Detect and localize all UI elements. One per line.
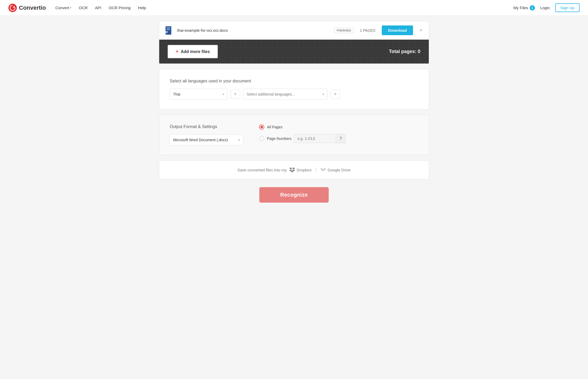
primary-lang-select-wrap: Thai English Chinese Japanese ▾ [170,89,228,100]
dropbox-icon [289,167,295,173]
additional-lang-chevron-icon: ▾ [322,92,324,96]
signup-button[interactable]: Sign Up [555,3,580,12]
nav-help[interactable]: Help [138,6,146,10]
output-format-select[interactable]: Microsoft Word Document (.docx) PDF Docu… [173,138,236,142]
output-left: Output Format & Settings Microsoft Word … [170,124,243,145]
language-section: Select all languages used in your docume… [159,69,429,109]
recognize-button[interactable]: Recognize [259,187,329,203]
format-select-wrap: Microsoft Word Document (.docx) PDF Docu… [170,134,243,145]
primary-language-select[interactable]: Thai English Chinese Japanese [173,92,220,96]
status-badge: FINISHED [334,28,353,33]
main-content: W thai-example-for-ocr.ocr.docx FINISHED… [155,16,433,218]
pages-info: 1 PAGES [360,28,375,33]
dropbox-link[interactable]: Dropbox [289,167,312,173]
additional-lang-wrap: ▾ [243,89,327,100]
format-chevron-icon: ▾ [238,138,240,142]
svg-rect-2 [167,27,170,28]
svg-point-0 [8,4,17,12]
page-numbers-input-wrap: ? [294,134,345,143]
svg-rect-4 [167,29,170,30]
download-button[interactable]: Download [382,25,413,35]
page-numbers-help-button[interactable]: ? [336,134,345,143]
radio-page-numbers: Page Numbers ? [259,134,418,143]
nav-api[interactable]: API [95,6,101,10]
logo[interactable]: Convertio [8,4,46,12]
nav-ocr[interactable]: OCR [79,6,87,10]
add-files-bar: + Add more files Total pages: 0 [159,40,429,64]
clear-primary-lang-button[interactable]: × [231,90,240,99]
cloud-separator: | [315,167,317,173]
save-text: Save converted files into my [238,168,287,172]
gdrive-link[interactable]: Google Drive [320,167,351,173]
page-numbers-label[interactable]: Page Numbers [267,136,291,141]
svg-text:W: W [165,31,168,34]
save-section: Save converted files into my Dropbox | G… [159,160,429,179]
page-numbers-radio[interactable] [259,136,264,141]
file-row: W thai-example-for-ocr.ocr.docx FINISHED… [159,21,429,40]
output-grid: Output Format & Settings Microsoft Word … [170,124,418,145]
word-doc-icon: W [164,26,174,35]
page-numbers-input[interactable] [294,134,336,143]
language-row: Thai English Chinese Japanese ▾ × ▾ × [170,89,418,100]
svg-rect-3 [167,28,170,29]
login-link[interactable]: Login [540,6,550,10]
logo-text: Convertio [19,4,46,11]
nav-links: Convert ▾ OCR API OCR Pricing Help [55,6,513,10]
plus-icon: + [176,49,179,55]
close-file-button[interactable]: × [418,26,424,34]
logo-icon [8,4,17,12]
convert-chevron-icon: ▾ [70,6,71,9]
output-right: All Pages Page Numbers ? [259,124,418,143]
navbar: Convertio Convert ▾ OCR API OCR Pricing … [0,0,588,16]
my-files-link[interactable]: My Files 1 [513,5,535,10]
output-section: Output Format & Settings Microsoft Word … [159,115,429,155]
nav-convert[interactable]: Convert ▾ [55,6,72,10]
radio-group: All Pages Page Numbers ? [259,124,418,143]
clear-additional-lang-button[interactable]: × [331,90,340,99]
language-section-title: Select all languages used in your docume… [170,79,418,83]
primary-lang-chevron-icon: ▾ [223,92,224,96]
all-pages-label[interactable]: All Pages [267,125,282,129]
file-name: thai-example-for-ocr.ocr.docx [177,28,331,33]
navbar-right: My Files 1 Login Sign Up [513,3,580,12]
my-files-badge: 1 [530,5,535,10]
output-section-title: Output Format & Settings [170,124,243,129]
all-pages-radio[interactable] [259,124,264,130]
gdrive-icon [320,167,326,173]
radio-all-pages: All Pages [259,124,418,130]
add-more-files-button[interactable]: + Add more files [168,45,218,58]
recognize-wrap: Recognize [159,187,429,203]
file-section: W thai-example-for-ocr.ocr.docx FINISHED… [159,21,429,64]
total-pages-label: Total pages: 0 [389,49,420,54]
nav-ocr-pricing[interactable]: OCR Pricing [109,6,131,10]
additional-language-input[interactable] [247,92,320,96]
